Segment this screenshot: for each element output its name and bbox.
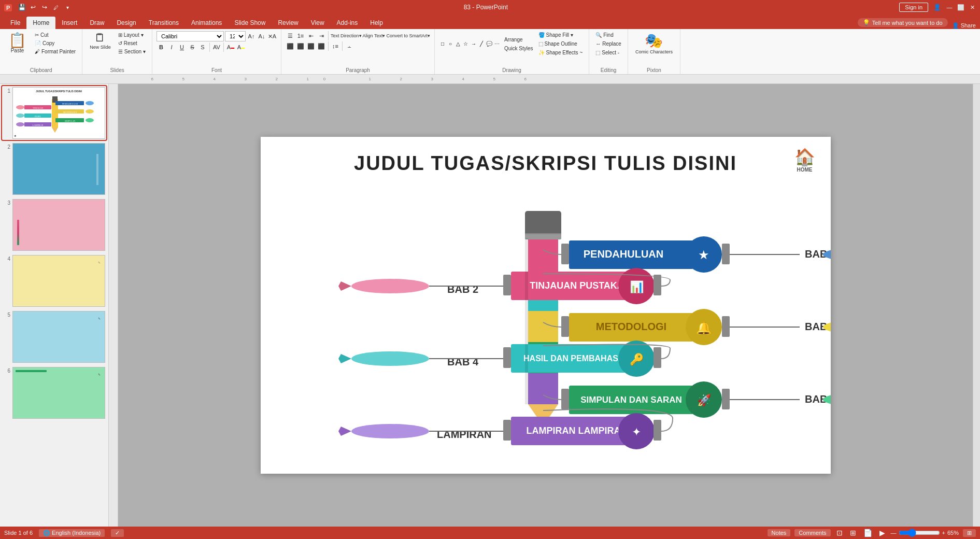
shape-fill-button[interactable]: 🪣 Shape Fill▾	[536, 31, 585, 39]
slide-thumb-5[interactable]: 5 ✎	[2, 310, 106, 364]
slide-thumb-2[interactable]: 2	[2, 142, 106, 196]
zoom-slider[interactable]: — + 65%	[891, 529, 959, 537]
columns-button[interactable]: ⫠	[345, 41, 354, 51]
shape-more[interactable]: ⋯	[493, 40, 501, 48]
tell-me-box[interactable]: 💡 Tell me what you want to do	[858, 18, 948, 27]
align-right-button[interactable]: ⬛	[306, 41, 316, 51]
strikethrough-button[interactable]: S	[188, 42, 197, 52]
bullet-list-button[interactable]: ☰	[286, 31, 295, 40]
comments-button[interactable]: Comments	[794, 529, 830, 536]
normal-view-button[interactable]: ⊡	[835, 529, 844, 537]
share-icon[interactable]: 👤 Share	[948, 22, 980, 29]
font-size-inc-button[interactable]: A↑	[247, 32, 256, 41]
text-direction-button[interactable]: Text Direction▾	[331, 31, 362, 40]
svg-text:BAB 2: BAB 2	[447, 283, 478, 295]
shadow-button[interactable]: S	[198, 42, 207, 52]
slide-canvas: JUDUL TUGAS/SKRIPSI TULIS DISINI 🏠 HOME	[261, 137, 831, 474]
font-size-select[interactable]: 12	[225, 31, 246, 41]
slide-thumb-3[interactable]: 3	[2, 198, 106, 252]
shape-arrow[interactable]: →	[470, 40, 477, 48]
tab-draw[interactable]: Draw	[83, 17, 110, 29]
slide-area[interactable]: JUDUL TUGAS/SKRIPSI TULIS DISINI 🏠 HOME	[118, 84, 973, 527]
bold-button[interactable]: B	[157, 42, 166, 52]
slide-thumb-1[interactable]: 1 JUDUL TUGAS/SKRIPSI TULIS DISINI PENDA…	[2, 86, 106, 140]
align-center-button[interactable]: ⬛	[296, 41, 305, 51]
font-family-select[interactable]: Calibri	[157, 31, 224, 41]
zoom-range[interactable]	[899, 529, 940, 537]
charspacing-button[interactable]: AV	[212, 42, 221, 52]
tab-animations[interactable]: Animations	[185, 17, 228, 29]
tab-help[interactable]: Help	[364, 17, 389, 29]
increase-indent-button[interactable]: ⇥	[317, 31, 326, 40]
shape-effects-button[interactable]: ✨ Shape Effects ~	[536, 49, 585, 56]
more-icon[interactable]: ▾	[63, 3, 72, 12]
highlight-button[interactable]: A▬	[236, 42, 246, 52]
number-list-button[interactable]: 1≡	[296, 31, 305, 40]
tab-file[interactable]: File	[4, 17, 26, 29]
maximize-button[interactable]: ⬜	[957, 4, 964, 11]
reset-button[interactable]: ↺ Reset	[116, 39, 148, 47]
quick-styles-button[interactable]: Quick Styles	[502, 45, 535, 52]
fit-slide-button[interactable]: ⊞	[963, 529, 976, 537]
align-text-button[interactable]: Align Text▾	[363, 31, 386, 40]
slide-thumb-4[interactable]: 4 ✎	[2, 254, 106, 308]
tab-view[interactable]: View	[305, 17, 331, 29]
underline-button[interactable]: U	[177, 42, 187, 52]
layout-arrow: ▾	[141, 32, 144, 38]
reading-view-button[interactable]: 📄	[862, 529, 874, 537]
shape-circle[interactable]: ○	[447, 40, 454, 48]
undo-icon[interactable]: ↩	[29, 3, 38, 12]
decrease-indent-button[interactable]: ⇤	[306, 31, 316, 40]
minimize-button[interactable]: —	[946, 4, 953, 11]
svg-point-44	[351, 351, 429, 366]
shape-rect[interactable]: □	[439, 40, 446, 48]
section-button[interactable]: ☰ Section ▾	[116, 48, 148, 55]
font-size-dec-button[interactable]: A↓	[257, 32, 266, 41]
tab-review[interactable]: Review	[272, 17, 304, 29]
tab-addins[interactable]: Add-ins	[331, 17, 364, 29]
convert-smartart-button[interactable]: Convert to SmartArt▾	[386, 31, 430, 40]
signin-button[interactable]: Sign in	[899, 3, 928, 12]
customize-icon[interactable]: 🖊	[51, 3, 61, 12]
tab-transitions[interactable]: Transitions	[143, 17, 185, 29]
shape-callout[interactable]: 💬	[486, 40, 493, 48]
redo-icon[interactable]: ↪	[40, 3, 49, 12]
tab-slideshow[interactable]: Slide Show	[228, 17, 272, 29]
tab-insert[interactable]: Insert	[55, 17, 83, 29]
shape-star[interactable]: ☆	[462, 40, 470, 48]
language-button[interactable]: 🌐 English (Indonesia)	[39, 529, 105, 537]
slides-panel: 1 JUDUL TUGAS/SKRIPSI TULIS DISINI PENDA…	[0, 84, 109, 527]
shape-triangle[interactable]: △	[455, 40, 462, 48]
clear-format-button[interactable]: ✕A	[267, 32, 277, 41]
save-icon[interactable]: 💾	[17, 3, 26, 12]
vertical-scrollbar[interactable]	[973, 84, 980, 527]
format-painter-button[interactable]: 🖌 Format Painter	[33, 48, 78, 55]
tab-home[interactable]: Home	[26, 17, 55, 29]
paste-button[interactable]: 📋 Paste	[4, 31, 31, 55]
spell-check-icon[interactable]: ✓	[111, 529, 124, 537]
close-button[interactable]: ✕	[969, 4, 976, 11]
justify-button[interactable]: ⬛	[317, 41, 326, 51]
cut-button[interactable]: ✂ Cut	[33, 31, 78, 39]
slidesorter-view-button[interactable]: ⊞	[848, 529, 858, 537]
align-left-button[interactable]: ⬛	[286, 41, 295, 51]
select-button[interactable]: ⬚ Select -	[593, 49, 621, 56]
user-icon[interactable]: 👤	[932, 3, 942, 12]
tab-design[interactable]: Design	[110, 17, 142, 29]
font-color-button[interactable]: A▬	[226, 42, 235, 52]
pixton-content: 🎭 Comic Characters	[632, 31, 676, 66]
shape-outline-button[interactable]: ⬚ Shape Outline	[536, 40, 585, 48]
find-button[interactable]: 🔍 Find	[593, 31, 615, 39]
copy-button[interactable]: 📄 Copy	[33, 39, 78, 47]
arrange-button[interactable]: Arrange	[502, 36, 535, 44]
replace-button[interactable]: ↔ Replace	[593, 40, 623, 48]
layout-button[interactable]: ⊞ Layout ▾	[116, 31, 148, 39]
slideshow-view-button[interactable]: ▶	[878, 529, 887, 537]
notes-button[interactable]: Notes	[768, 529, 791, 536]
comic-characters-button[interactable]: 🎭 Comic Characters	[632, 31, 676, 55]
new-slide-button[interactable]: 🗒 New Slide	[87, 31, 114, 51]
shape-line[interactable]: ╱	[478, 40, 485, 48]
italic-button[interactable]: I	[167, 42, 176, 52]
slide-thumb-6[interactable]: 6 ✎	[2, 366, 106, 420]
line-spacing-button[interactable]: ↕≡	[331, 41, 340, 51]
